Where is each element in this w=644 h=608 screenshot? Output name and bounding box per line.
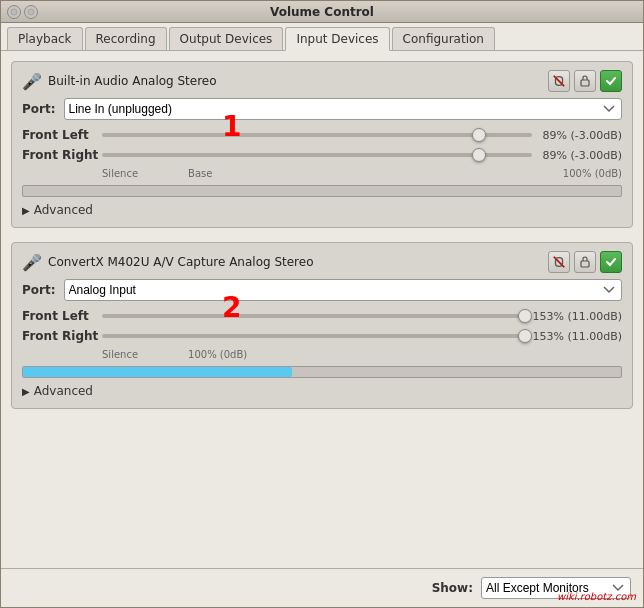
- maximize-button[interactable]: [24, 5, 38, 19]
- device-2-frontright-row: Front Right 153% (11.00dB): [22, 329, 622, 343]
- svg-rect-3: [581, 80, 589, 86]
- device-1-header: 🎤 Built-in Audio Analog Stereo: [22, 70, 622, 92]
- device-1-advanced-label: Advanced: [34, 203, 93, 217]
- device-2-chevron-icon: ▶: [22, 386, 30, 397]
- device-2-lock-button[interactable]: [574, 251, 596, 273]
- device-2-name: 🎤 ConvertX M402U A/V Capture Analog Ster…: [22, 253, 314, 272]
- device-1-frontright-row: Front Right 89% (-3.00dB): [22, 148, 622, 162]
- device-2-port-label: Port:: [22, 283, 56, 297]
- device-1-meter-bg: [22, 185, 622, 197]
- device-1-port-label: Port:: [22, 102, 56, 116]
- device-1-icon: 🎤: [22, 72, 42, 91]
- device-2-icon: 🎤: [22, 253, 42, 272]
- titlebar: Volume Control: [1, 1, 643, 23]
- device-1-name: 🎤 Built-in Audio Analog Stereo: [22, 72, 217, 91]
- device-1-frontleft-label: Front Left: [22, 128, 102, 142]
- device-2-frontleft-row: Front Left 153% (11.00dB): [22, 309, 622, 323]
- device-1-frontleft-value: 89% (-3.00dB): [532, 129, 622, 142]
- device-1-frontleft-row: Front Left 89% (-3.00dB): [22, 128, 622, 142]
- device-2-advanced-label: Advanced: [34, 384, 93, 398]
- window-buttons: [7, 5, 38, 19]
- device-1-frontright-slider[interactable]: [102, 153, 532, 157]
- device-2-header: 🎤 ConvertX M402U A/V Capture Analog Ster…: [22, 251, 622, 273]
- badge-1: 1: [222, 110, 241, 143]
- device-2-frontleft-slider[interactable]: [102, 314, 532, 318]
- window-title: Volume Control: [270, 5, 374, 19]
- minimize-button[interactable]: [7, 5, 21, 19]
- device-2-scale: Silence 100% (0dB): [102, 349, 622, 360]
- footer: Show: All Except Monitors All Monitors O…: [1, 568, 643, 607]
- device-1-scale-max: 100% (0dB): [563, 168, 622, 179]
- device-2-meter: [22, 366, 622, 378]
- device-2-frontleft-label: Front Left: [22, 309, 102, 323]
- device-2-frontright-slider[interactable]: [102, 334, 532, 338]
- device-1-frontright-slider-container: [102, 153, 532, 157]
- tab-recording[interactable]: Recording: [85, 27, 167, 50]
- device-2-frontright-label: Front Right: [22, 329, 102, 343]
- device-1-advanced[interactable]: ▶ Advanced: [22, 203, 622, 217]
- device-2-meter-bg: [22, 366, 622, 378]
- device-2-controls: [548, 251, 622, 273]
- device-1-frontleft-slider-container: [102, 133, 532, 137]
- device-1-scale-base: Base: [188, 168, 212, 179]
- device-1-mute-button[interactable]: [548, 70, 570, 92]
- device-1-frontright-label: Front Right: [22, 148, 102, 162]
- device-2-label: ConvertX M402U A/V Capture Analog Stereo: [48, 255, 314, 269]
- device-block-2: 🎤 ConvertX M402U A/V Capture Analog Ster…: [11, 242, 633, 409]
- device-1-meter: [22, 185, 622, 197]
- main-window: Volume Control Playback Recording Output…: [0, 0, 644, 608]
- device-block-1: 🎤 Built-in Audio Analog Stereo: [11, 61, 633, 228]
- device-1-controls: [548, 70, 622, 92]
- show-label: Show:: [432, 581, 473, 595]
- svg-point-1: [28, 9, 34, 15]
- watermark: wiki.robotz.com: [557, 591, 636, 602]
- tab-playback[interactable]: Playback: [7, 27, 83, 50]
- tabs-bar: Playback Recording Output Devices Input …: [1, 23, 643, 51]
- device-1-port-row: Port: Line In (unplugged) Microphone: [22, 98, 622, 120]
- device-1-lock-button[interactable]: [574, 70, 596, 92]
- device-1-frontleft-slider[interactable]: [102, 133, 532, 137]
- tab-output-devices[interactable]: Output Devices: [169, 27, 284, 50]
- device-2-mute-button[interactable]: [548, 251, 570, 273]
- svg-rect-5: [581, 261, 589, 267]
- badge-2: 2: [222, 291, 241, 324]
- device-2-enable-button[interactable]: [600, 251, 622, 273]
- svg-point-0: [11, 9, 17, 15]
- device-1-scale: Silence Base 100% (0dB): [102, 168, 622, 179]
- device-2-advanced[interactable]: ▶ Advanced: [22, 384, 622, 398]
- tab-configuration[interactable]: Configuration: [392, 27, 495, 50]
- device-1-chevron-icon: ▶: [22, 205, 30, 216]
- device-2-scale-max: 100% (0dB): [188, 349, 247, 360]
- device-2-port-select[interactable]: Analog Input: [64, 279, 623, 301]
- device-1-port-select[interactable]: Line In (unplugged) Microphone: [64, 98, 623, 120]
- device-2-frontright-slider-container: [102, 334, 532, 338]
- device-1-scale-silence: Silence: [102, 168, 138, 179]
- device-2-frontright-value: 153% (11.00dB): [532, 330, 622, 343]
- device-2-port-row: Port: Analog Input: [22, 279, 622, 301]
- device-2-frontleft-slider-container: [102, 314, 532, 318]
- device-1-frontright-value: 89% (-3.00dB): [532, 149, 622, 162]
- device-2-meter-fill: [23, 367, 292, 377]
- device-2-scale-silence: Silence: [102, 349, 138, 360]
- device-1-enable-button[interactable]: [600, 70, 622, 92]
- device-2-frontleft-value: 153% (11.00dB): [532, 310, 622, 323]
- device-1-label: Built-in Audio Analog Stereo: [48, 74, 217, 88]
- tab-content: 🎤 Built-in Audio Analog Stereo: [1, 51, 643, 568]
- tab-input-devices[interactable]: Input Devices: [285, 27, 389, 51]
